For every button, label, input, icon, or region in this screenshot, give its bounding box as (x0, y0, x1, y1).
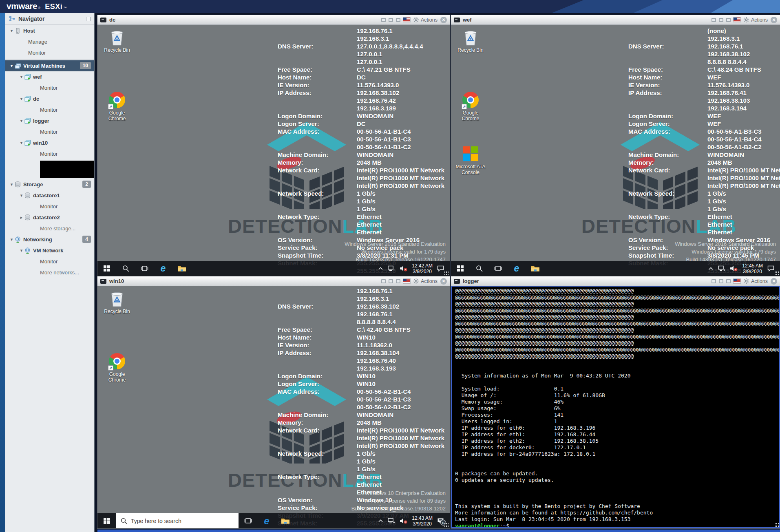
taskbar-search-box[interactable] (116, 513, 239, 528)
desktop-icon-recycle-bin[interactable]: Recycle Bin (454, 28, 487, 53)
sidebar-item-monitor[interactable]: Monitor (5, 47, 94, 58)
network-icon[interactable] (388, 518, 395, 524)
keyboard-layout-flag-icon[interactable] (403, 18, 410, 22)
sidebar-item-monitor[interactable]: Monitor (5, 82, 94, 93)
window-layout-icon[interactable] (712, 18, 716, 22)
vm-desktop[interactable]: DETECTIONLAB Recycle Bin↗Google ChromeMi… (451, 25, 780, 276)
notifications-icon[interactable] (767, 265, 774, 272)
volume-muted-icon[interactable] (400, 518, 407, 524)
network-icon[interactable] (718, 265, 725, 272)
linux-terminal[interactable]: @@@@@@@@@@@@@@@@@@@@@@@@@@@@@@@@@@@@@@@@… (451, 286, 780, 528)
sidebar-item-monitor[interactable]: Monitor (5, 256, 94, 267)
sidebar-item-vm-network[interactable]: ▾VM Network (5, 245, 94, 256)
vm-desktop[interactable]: DETECTIONLAB Recycle Bin↗Google Chrome 1… (97, 286, 450, 528)
task-view-icon[interactable] (135, 261, 154, 276)
sidebar-item-manage[interactable]: Manage (5, 36, 94, 47)
desktop-icon-google-chrome[interactable]: ↗Google Chrome (454, 91, 487, 121)
sidebar-item-logger[interactable]: ▾logger (5, 115, 94, 126)
sidebar-item-networking[interactable]: ▾Networking4 (5, 234, 94, 245)
taskbar-clock[interactable]: 12:42 AM3/9/2020 (412, 263, 433, 274)
actions-button[interactable]: Actions (413, 278, 438, 284)
window-layout-icon[interactable] (396, 279, 400, 283)
sidebar-item-monitor[interactable]: Monitor (5, 201, 94, 212)
keyboard-layout-flag-icon[interactable] (734, 18, 740, 22)
search-icon[interactable] (470, 261, 488, 276)
volume-muted-icon[interactable] (400, 265, 407, 272)
resize-grip[interactable] (444, 270, 449, 275)
resize-grip[interactable] (774, 523, 779, 528)
sidebar-item-datastore2[interactable]: ▸datastore2 (5, 212, 94, 223)
file-explorer-icon[interactable] (526, 261, 545, 276)
pin-panel-icon[interactable] (86, 17, 91, 21)
task-view-icon[interactable] (239, 513, 257, 528)
sidebar-item-win10[interactable]: ▾win10 (5, 137, 94, 148)
network-icon[interactable] (388, 265, 395, 272)
resize-grip[interactable] (774, 270, 779, 275)
close-icon[interactable]: ✕ (771, 278, 777, 285)
window-layout-icon[interactable] (381, 279, 386, 283)
vm-desktop[interactable]: DETECTIONLAB Recycle Bin↗Google Chrome 1… (97, 25, 450, 276)
search-icon[interactable] (116, 261, 135, 276)
terminal-line: System information as of Mon Mar 9 00:43… (455, 373, 779, 379)
chevron-up-icon[interactable] (378, 267, 383, 270)
window-layout-icon[interactable] (726, 18, 731, 22)
sidebar-item-wef[interactable]: ▾wef (5, 71, 94, 82)
desktop-icon-google-chrome[interactable]: ↗Google Chrome (101, 352, 133, 383)
window-layout-icon[interactable] (389, 279, 393, 283)
close-icon[interactable]: ✕ (771, 17, 777, 23)
notifications-icon[interactable] (437, 265, 444, 272)
sidebar-item-more-networks[interactable]: More networks... (5, 267, 94, 278)
window-layout-icon[interactable] (389, 18, 393, 22)
sidebar-item-dc[interactable]: ▾dc (5, 93, 94, 104)
window-layout-icon[interactable] (712, 279, 716, 283)
notifications-icon[interactable]: 6 (437, 518, 444, 524)
pane-titlebar[interactable]: dc Actions ✕ (97, 15, 450, 25)
keyboard-layout-flag-icon[interactable] (734, 279, 740, 283)
chevron-up-icon[interactable] (708, 267, 714, 270)
desktop-icon-google-chrome[interactable]: ↗Google Chrome (101, 91, 133, 121)
file-explorer-icon[interactable] (276, 513, 295, 528)
sidebar-item-host[interactable]: ▾Host (5, 25, 94, 36)
terminal-line (455, 457, 779, 464)
start-button[interactable] (97, 261, 116, 276)
desktop-icon-recycle-bin[interactable]: Recycle Bin (101, 289, 133, 314)
keyboard-layout-flag-icon[interactable] (403, 279, 410, 283)
sidebar-item-monitor[interactable]: Monitor (5, 126, 94, 137)
close-icon[interactable]: ✕ (440, 278, 447, 285)
window-layout-icon[interactable] (381, 18, 386, 22)
window-layout-icon[interactable] (726, 279, 731, 283)
internet-explorer-icon[interactable]: e (154, 261, 172, 276)
sidebar-item-more-storage[interactable]: More storage... (5, 223, 94, 234)
close-icon[interactable]: ✕ (440, 17, 447, 23)
window-layout-icon[interactable] (719, 18, 723, 22)
actions-button[interactable]: Actions (413, 17, 438, 23)
sidebar-item-datastore1[interactable]: ▾datastore1 (5, 190, 94, 201)
count-badge: 4 (82, 236, 91, 243)
start-button[interactable] (451, 261, 470, 276)
edge-icon[interactable]: e (257, 513, 276, 528)
chevron-up-icon[interactable] (378, 519, 383, 523)
window-layout-icon[interactable] (719, 279, 723, 283)
desktop-icon-recycle-bin[interactable]: Recycle Bin (101, 28, 133, 53)
actions-button[interactable]: Actions (743, 278, 768, 284)
task-view-icon[interactable] (488, 261, 507, 276)
sidebar-item-monitor[interactable]: Monitor (5, 104, 94, 115)
sidebar-item-storage[interactable]: ▾Storage2 (5, 179, 94, 190)
file-explorer-icon[interactable] (172, 261, 191, 276)
internet-explorer-icon[interactable]: e (507, 261, 526, 276)
pane-titlebar[interactable]: wef Actions ✕ (451, 15, 780, 25)
sidebar-item-monitor[interactable]: Monitor (5, 148, 94, 159)
taskbar-search-input[interactable] (131, 518, 234, 524)
taskbar-clock[interactable]: 12:45 AM3/9/2020 (742, 263, 763, 274)
desktop-icon-microsoft-ata-console[interactable]: Microsoft ATA Console (454, 145, 487, 175)
start-button[interactable] (97, 513, 116, 528)
window-layout-icon[interactable] (396, 18, 400, 22)
actions-button[interactable]: Actions (743, 17, 768, 23)
pane-titlebar[interactable]: win10 Actions ✕ (97, 276, 450, 286)
sidebar-item-virtual-machines[interactable]: ▾Virtual Machines10 (5, 60, 94, 71)
taskbar-clock[interactable]: 12:43 AM3/9/2020 (412, 515, 433, 527)
volume-muted-icon[interactable] (730, 265, 738, 272)
pane-titlebar[interactable]: logger Actions ✕ (451, 276, 780, 286)
resize-grip[interactable] (444, 523, 449, 528)
redacted-item (40, 161, 94, 178)
